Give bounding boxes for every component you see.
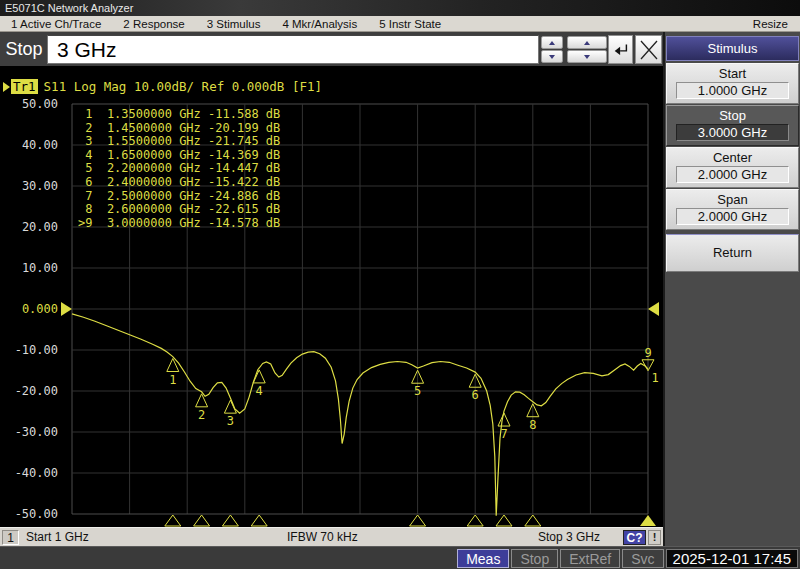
enter-icon bbox=[612, 41, 630, 59]
coarse-spin-up-button[interactable] bbox=[567, 36, 607, 49]
softkey-span[interactable]: Span 2.0000 GHz bbox=[666, 189, 799, 230]
entry-toolbar: Stop 3 GHz bbox=[0, 32, 663, 66]
svg-text:50.00: 50.00 bbox=[22, 97, 58, 111]
svg-text:9: 9 bbox=[644, 346, 651, 360]
fine-spin-up-button[interactable] bbox=[541, 36, 563, 49]
spin-up-icon bbox=[584, 41, 590, 45]
spin-up-icon bbox=[549, 41, 555, 45]
warning-badge: ! bbox=[648, 530, 661, 545]
softkey-center[interactable]: Center 2.0000 GHz bbox=[666, 147, 799, 188]
app-window: E5071C Network Analyzer 1 Active Ch/Trac… bbox=[0, 0, 800, 569]
svg-text:5: 5 bbox=[414, 384, 421, 398]
status-sweep-stop: Stop bbox=[511, 549, 558, 568]
svg-text:-40.00: -40.00 bbox=[15, 466, 58, 480]
channel-stop-label: Stop 3 GHz bbox=[538, 530, 600, 544]
entry-field-label: Stop bbox=[2, 35, 46, 63]
svg-text:1: 1 bbox=[651, 371, 658, 385]
softkey-center-label: Center bbox=[667, 150, 798, 165]
status-meas: Meas bbox=[457, 549, 509, 568]
spin-down-icon bbox=[584, 55, 590, 59]
svg-text:40.00: 40.00 bbox=[22, 138, 58, 152]
status-extref: ExtRef bbox=[560, 549, 620, 568]
channel-ifbw-label: IFBW 70 kHz bbox=[287, 530, 358, 544]
spin-down-icon bbox=[549, 55, 555, 59]
trace-header: Tr1 S11 Log Mag 10.00dB/ Ref 0.000dB [F1… bbox=[3, 79, 322, 94]
svg-text:7: 7 bbox=[500, 427, 507, 441]
svg-text:10.00: 10.00 bbox=[22, 261, 58, 275]
active-trace-arrow-icon bbox=[3, 82, 10, 92]
softkey-stop-value: 3.0000 GHz bbox=[676, 124, 789, 141]
coarse-spin-down-button[interactable] bbox=[567, 50, 607, 63]
svg-text:4: 4 bbox=[256, 384, 263, 398]
trace-format-label: S11 Log Mag 10.00dB/ Ref 0.000dB [F1] bbox=[44, 79, 322, 94]
status-svc: Svc bbox=[622, 549, 663, 568]
close-entry-button[interactable] bbox=[635, 35, 662, 64]
menu-response[interactable]: 2 Response bbox=[112, 16, 195, 32]
channel-status-bar: 1 Start 1 GHz IFBW 70 kHz Stop 3 GHz C? … bbox=[0, 527, 663, 546]
channel-start-label: Start 1 GHz bbox=[26, 530, 89, 544]
correction-status-badge: C? bbox=[623, 530, 646, 545]
svg-text:8: 8 bbox=[529, 418, 536, 432]
menu-active-ch-trace[interactable]: 1 Active Ch/Trace bbox=[0, 16, 112, 32]
svg-text:20.00: 20.00 bbox=[22, 220, 58, 234]
svg-text:6: 6 bbox=[472, 388, 479, 402]
softkey-start-value: 1.0000 GHz bbox=[676, 82, 789, 99]
svg-text:0.000: 0.000 bbox=[22, 302, 58, 316]
fine-spinner bbox=[541, 36, 563, 63]
stop-frequency-input[interactable]: 3 GHz bbox=[47, 35, 539, 64]
enter-button[interactable] bbox=[608, 35, 633, 64]
close-icon bbox=[639, 39, 659, 61]
channel-number: 1 bbox=[2, 530, 19, 545]
menu-resize[interactable]: Resize bbox=[741, 16, 800, 32]
svg-text:-50.00: -50.00 bbox=[15, 507, 58, 521]
menu-stimulus[interactable]: 3 Stimulus bbox=[196, 16, 272, 32]
svg-text:-10.00: -10.00 bbox=[15, 343, 58, 357]
window-title: E5071C Network Analyzer bbox=[5, 2, 133, 14]
menu-mkr-analysis[interactable]: 4 Mkr/Analysis bbox=[271, 16, 368, 32]
menu-instr-state[interactable]: 5 Instr State bbox=[368, 16, 452, 32]
title-bar: E5071C Network Analyzer bbox=[0, 0, 800, 16]
svg-text:-30.00: -30.00 bbox=[15, 425, 58, 439]
softkey-sidebar: Stimulus Start 1.0000 GHz Stop 3.0000 GH… bbox=[663, 32, 800, 546]
softkey-menu-title: Stimulus bbox=[666, 36, 799, 61]
softkey-stop[interactable]: Stop 3.0000 GHz bbox=[666, 105, 799, 146]
softkey-center-value: 2.0000 GHz bbox=[676, 166, 789, 183]
svg-text:-20.00: -20.00 bbox=[15, 384, 58, 398]
svg-text:1: 1 bbox=[169, 373, 176, 387]
trace-badge: Tr1 bbox=[11, 79, 38, 94]
marker-readout-table: 1 1.3500000 GHz -11.588 dB 2 1.4500000 G… bbox=[78, 108, 280, 230]
softkey-stop-label: Stop bbox=[667, 108, 798, 123]
coarse-spinner bbox=[567, 36, 607, 63]
fine-spin-down-button[interactable] bbox=[541, 50, 563, 63]
svg-text:3: 3 bbox=[227, 414, 234, 428]
softkey-start[interactable]: Start 1.0000 GHz bbox=[666, 63, 799, 104]
softkey-return[interactable]: Return bbox=[666, 234, 799, 272]
menu-bar: 1 Active Ch/Trace 2 Response 3 Stimulus … bbox=[0, 16, 800, 32]
svg-text:2: 2 bbox=[198, 408, 205, 422]
svg-text:30.00: 30.00 bbox=[22, 179, 58, 193]
status-datetime: 2025-12-01 17:45 bbox=[666, 549, 798, 568]
measurement-display: 50.0040.0030.0020.0010.000.000-10.00-20.… bbox=[0, 66, 663, 527]
softkey-span-label: Span bbox=[667, 192, 798, 207]
softkey-span-value: 2.0000 GHz bbox=[676, 208, 789, 225]
softkey-start-label: Start bbox=[667, 66, 798, 81]
instrument-status-bar: Meas Stop ExtRef Svc 2025-12-01 17:45 bbox=[0, 546, 800, 569]
